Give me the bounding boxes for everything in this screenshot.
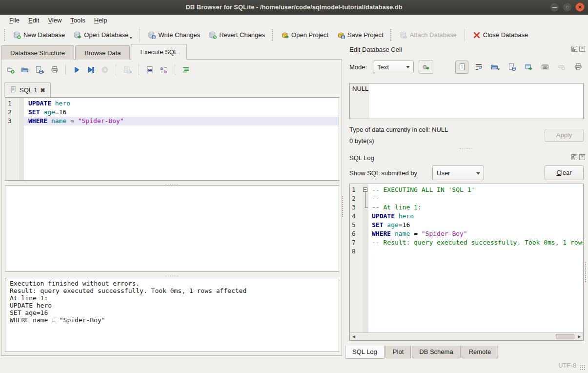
fold-margin bbox=[19, 117, 24, 125]
resize-grip[interactable] bbox=[580, 365, 586, 371]
attach-database-button[interactable]: Attach Database bbox=[395, 28, 461, 42]
menu-file[interactable]: File bbox=[5, 15, 24, 26]
dock-controls bbox=[571, 154, 585, 160]
revert-changes-icon bbox=[209, 31, 217, 39]
fold-marker-icon[interactable] bbox=[363, 194, 368, 203]
new-database-button[interactable]: New Database bbox=[9, 28, 69, 42]
menu-edit[interactable]: Edit bbox=[24, 15, 43, 26]
open-sql-tab-button[interactable] bbox=[5, 64, 16, 75]
cell-size-info: 0 byte(s) bbox=[349, 137, 374, 145]
clear-button[interactable]: Clear bbox=[545, 166, 584, 180]
dock-close-icon[interactable] bbox=[579, 154, 585, 160]
text-mode-button[interactable] bbox=[455, 61, 468, 74]
message-line: UPDATE hero bbox=[10, 302, 334, 309]
horizontal-scrollbar[interactable]: ◀ ▶ bbox=[350, 332, 583, 340]
toolbar-button-label: Revert Changes bbox=[219, 31, 265, 39]
set-null-button[interactable] bbox=[555, 61, 568, 74]
tab-database-structure[interactable]: Database Structure bbox=[1, 45, 74, 60]
import-cell-icon bbox=[490, 63, 498, 71]
print-button[interactable] bbox=[49, 64, 60, 75]
write-changes-icon bbox=[148, 31, 156, 39]
menu-help[interactable]: Help bbox=[90, 15, 112, 26]
splitter-handle[interactable]: ...... bbox=[5, 181, 339, 185]
find-button[interactable] bbox=[144, 64, 155, 75]
edit-cell-dock-title: Edit Database Cell bbox=[349, 45, 402, 55]
dock-tab-remote[interactable]: Remote bbox=[462, 346, 499, 358]
copy-link-button[interactable] bbox=[538, 61, 551, 74]
sql-editor[interactable]: 1UPDATE hero2SET age=163WHERE name = "Sp… bbox=[5, 97, 339, 181]
message-line: Execution finished without errors. bbox=[10, 280, 334, 287]
export-cell-button[interactable] bbox=[505, 61, 518, 74]
line-number: 1 bbox=[5, 99, 19, 108]
execute-line-button[interactable] bbox=[85, 64, 96, 75]
sql-log-content[interactable]: 1-- EXECUTING ALL IN 'SQL 1'2--3-- At li… bbox=[350, 184, 583, 332]
sql-toolbar: ▾▾ab bbox=[5, 62, 191, 77]
tab-browse-data[interactable]: Browse Data bbox=[75, 45, 130, 60]
dock-float-icon[interactable] bbox=[571, 154, 577, 160]
close-database-button[interactable]: Close Database bbox=[468, 28, 533, 42]
open-database-button[interactable]: Open Database▾ bbox=[69, 28, 136, 42]
toolbar-separator bbox=[175, 64, 175, 75]
save-project-button[interactable]: Save Project bbox=[333, 28, 388, 42]
maximize-button[interactable]: □ bbox=[563, 2, 572, 12]
toolbar-button-label: Close Database bbox=[483, 31, 528, 39]
cell-editor[interactable]: NULL bbox=[349, 83, 584, 119]
mode-select[interactable]: Text bbox=[373, 61, 414, 73]
dock-tab-plot[interactable]: Plot bbox=[385, 346, 411, 358]
save-sql-file-button[interactable]: ▾ bbox=[34, 64, 46, 76]
scroll-left-icon[interactable]: ◀ bbox=[350, 333, 358, 340]
close-tab-icon[interactable]: ✖ bbox=[40, 87, 45, 94]
code-line: 8 bbox=[350, 247, 583, 256]
dock-tab-sql-log[interactable]: SQL Log bbox=[345, 346, 385, 359]
fold-marker-icon[interactable] bbox=[363, 186, 368, 194]
toolbar-handle bbox=[390, 29, 392, 41]
message-line: WHERE name = "Spider-Boy" bbox=[10, 316, 334, 324]
dock-float-icon[interactable] bbox=[571, 46, 577, 52]
scrollbar-track[interactable] bbox=[358, 333, 575, 340]
open-in-app-button[interactable] bbox=[522, 61, 535, 74]
auto-apply-button[interactable]: ⚙ bbox=[419, 60, 433, 74]
close-button[interactable]: ✕ bbox=[575, 2, 585, 12]
open-sql-file-button[interactable] bbox=[20, 64, 30, 75]
titlebar[interactable]: DB Browser for SQLite - /home/user/code/… bbox=[0, 0, 588, 15]
tab-execute-sql[interactable]: Execute SQL bbox=[131, 44, 187, 60]
dock-close-icon[interactable] bbox=[579, 46, 585, 52]
dock-tab-db-schema[interactable]: DB Schema bbox=[412, 346, 460, 358]
scroll-right-icon[interactable]: ▶ bbox=[575, 333, 583, 340]
stop-button[interactable] bbox=[100, 64, 110, 75]
toolbar-button-label: New Database bbox=[23, 31, 65, 39]
menu-view[interactable]: View bbox=[43, 15, 66, 26]
splitter-handle[interactable]: ...... bbox=[5, 273, 339, 277]
apply-button[interactable]: Apply bbox=[545, 129, 584, 142]
save-project-icon bbox=[337, 31, 345, 39]
main-tab-bar: Database StructureBrowse DataExecute SQL bbox=[1, 44, 188, 60]
scrollbar-thumb[interactable] bbox=[556, 334, 574, 339]
code-text: WHERE name = "Spider-Boy" bbox=[368, 229, 583, 238]
print-cell-button[interactable] bbox=[571, 61, 585, 74]
import-cell-button[interactable]: ▾ bbox=[488, 61, 502, 74]
toolbar-separator bbox=[139, 64, 139, 75]
open-sql-tab-icon bbox=[7, 66, 15, 74]
write-changes-button[interactable]: Write Changes bbox=[143, 28, 204, 42]
fold-marker-icon[interactable] bbox=[363, 203, 368, 212]
open-project-button[interactable]: Open Project bbox=[277, 28, 333, 42]
sql-file-icon bbox=[10, 86, 17, 94]
word-wrap-button[interactable] bbox=[472, 61, 485, 74]
revert-changes-button[interactable]: Revert Changes bbox=[204, 28, 269, 42]
code-line: 2-- bbox=[350, 194, 583, 203]
format-sql-button[interactable] bbox=[181, 64, 191, 75]
find-replace-button[interactable]: ab bbox=[159, 64, 169, 75]
fold-margin bbox=[363, 212, 368, 221]
line-number: 8 bbox=[350, 247, 363, 256]
log-filter-select[interactable]: User bbox=[432, 166, 484, 180]
dropdown-caret-icon[interactable]: ▾ bbox=[130, 36, 132, 40]
menu-tools[interactable]: Tools bbox=[66, 15, 89, 26]
sql-tab[interactable]: SQL 1 ✖ bbox=[4, 83, 51, 97]
minimize-button[interactable]: — bbox=[550, 2, 559, 12]
splitter-handle[interactable]: ...... bbox=[345, 145, 588, 149]
execute-all-button[interactable] bbox=[71, 64, 82, 75]
save-results-button[interactable]: ▾ bbox=[122, 64, 134, 76]
vertical-splitter-handle[interactable] bbox=[342, 196, 344, 217]
dropdown-caret-icon: ▾ bbox=[498, 67, 500, 71]
toolbar-button-label: Save Project bbox=[347, 31, 384, 39]
